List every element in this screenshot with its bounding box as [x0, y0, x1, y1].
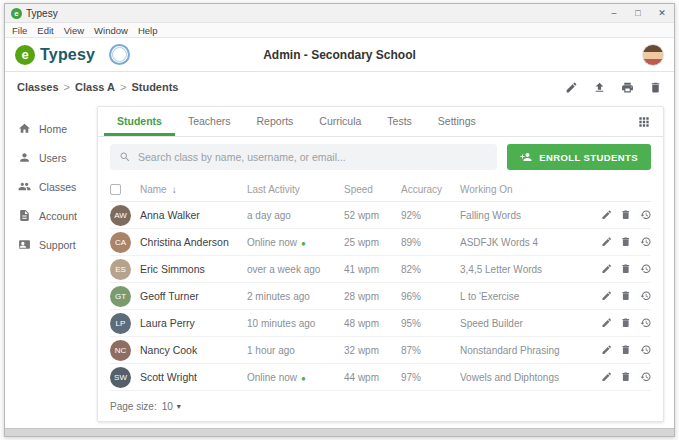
- accuracy: 89%: [401, 237, 460, 248]
- upload-icon: [593, 81, 606, 94]
- delete-student-icon[interactable]: [620, 236, 632, 248]
- document-icon: [18, 209, 31, 222]
- student-avatar: GT: [110, 286, 131, 307]
- edit-student-icon[interactable]: [601, 236, 613, 248]
- menu-view[interactable]: View: [64, 25, 84, 36]
- history-icon[interactable]: [640, 344, 652, 356]
- edit-student-icon[interactable]: [601, 344, 613, 356]
- chevron-down-icon: ▾: [177, 402, 181, 411]
- last-activity: a day ago: [247, 210, 291, 221]
- delete-student-icon[interactable]: [620, 263, 632, 275]
- maximize-button[interactable]: □: [626, 4, 650, 22]
- select-all-checkbox[interactable]: [110, 184, 121, 195]
- student-name[interactable]: Eric Simmons: [140, 263, 205, 275]
- tab-tests[interactable]: Tests: [374, 107, 425, 136]
- delete-student-icon[interactable]: [620, 344, 632, 356]
- speed: 25 wpm: [344, 237, 401, 248]
- edit-student-icon[interactable]: [601, 263, 613, 275]
- student-name[interactable]: Scott Wright: [140, 371, 197, 383]
- search-row: ENROLL STUDENTS: [98, 137, 663, 177]
- menu-file[interactable]: File: [12, 25, 27, 36]
- tab-curricula[interactable]: Curricula: [306, 107, 374, 136]
- body: Home Users Classes Account Support: [5, 102, 674, 428]
- student-row: GT Geoff Turner 2 minutes ago 28 wpm 96%…: [110, 283, 651, 310]
- import-button[interactable]: [593, 81, 606, 94]
- menu-help[interactable]: Help: [138, 25, 158, 36]
- titlebar: e Typesy – □ ✕: [5, 4, 674, 23]
- delete-class-button[interactable]: [649, 81, 662, 94]
- header-name[interactable]: Name: [140, 184, 167, 195]
- working-on: Falling Words: [460, 210, 593, 221]
- sidebar-item-classes[interactable]: Classes: [5, 172, 95, 201]
- delete-student-icon[interactable]: [620, 209, 632, 221]
- history-icon[interactable]: [640, 236, 652, 248]
- user-avatar[interactable]: [642, 44, 664, 66]
- last-activity: Online now: [247, 372, 297, 383]
- delete-student-icon[interactable]: [620, 317, 632, 329]
- history-icon[interactable]: [640, 371, 652, 383]
- speed: 52 wpm: [344, 210, 401, 221]
- sidebar-item-account[interactable]: Account: [5, 201, 95, 230]
- breadcrumb-class-a[interactable]: Class A: [75, 81, 115, 93]
- edit-class-button[interactable]: [565, 81, 578, 94]
- tab-reports[interactable]: Reports: [244, 107, 307, 136]
- tab-students[interactable]: Students: [104, 107, 175, 136]
- edit-student-icon[interactable]: [601, 371, 613, 383]
- breadcrumb-separator: >: [120, 81, 126, 93]
- sidebar-label: Account: [39, 210, 77, 222]
- search-input[interactable]: [138, 151, 488, 163]
- window-bottom-frame: [5, 428, 674, 436]
- grid-view-button[interactable]: [637, 115, 651, 129]
- brand-name: Typesy: [40, 46, 95, 64]
- history-icon[interactable]: [640, 290, 652, 302]
- sidebar-label: Users: [39, 152, 66, 164]
- print-button[interactable]: [621, 81, 634, 94]
- tab-settings[interactable]: Settings: [425, 107, 489, 136]
- tab-teachers[interactable]: Teachers: [175, 107, 244, 136]
- student-row: LP Laura Perry 10 minutes ago 48 wpm 95%…: [110, 310, 651, 337]
- minimize-button[interactable]: –: [602, 4, 626, 22]
- close-button[interactable]: ✕: [650, 4, 674, 22]
- sidebar-item-users[interactable]: Users: [5, 143, 95, 172]
- student-name[interactable]: Geoff Turner: [140, 290, 199, 302]
- history-icon[interactable]: [640, 263, 652, 275]
- edit-student-icon[interactable]: [601, 209, 613, 221]
- online-dot: ●: [301, 374, 306, 383]
- printer-icon: [621, 81, 634, 94]
- sidebar-item-home[interactable]: Home: [5, 114, 95, 143]
- history-icon[interactable]: [640, 317, 652, 329]
- delete-student-icon[interactable]: [620, 290, 632, 302]
- student-name[interactable]: Anna Walker: [140, 209, 200, 221]
- table-header: Name ↓ Last Activity Speed Accuracy Work…: [110, 177, 651, 202]
- speed: 32 wpm: [344, 345, 401, 356]
- menu-edit[interactable]: Edit: [37, 25, 53, 36]
- sidebar-item-support[interactable]: Support: [5, 230, 95, 259]
- sidebar: Home Users Classes Account Support: [5, 102, 95, 428]
- edit-student-icon[interactable]: [601, 317, 613, 329]
- student-row: AW Anna Walker a day ago 52 wpm 92% Fall…: [110, 202, 651, 229]
- brand-logo: e Typesy: [15, 45, 95, 65]
- window-controls: – □ ✕: [602, 4, 674, 22]
- edit-student-icon[interactable]: [601, 290, 613, 302]
- students-card: Students Teachers Reports Curricula Test…: [97, 106, 664, 422]
- page-size-label: Page size:: [110, 401, 157, 412]
- student-name[interactable]: Nancy Cook: [140, 344, 197, 356]
- person-add-icon: [520, 151, 532, 163]
- student-name[interactable]: Christina Anderson: [140, 236, 229, 248]
- student-name[interactable]: Laura Perry: [140, 317, 195, 329]
- menu-window[interactable]: Window: [94, 25, 128, 36]
- person-icon: [18, 151, 31, 164]
- accuracy: 87%: [401, 345, 460, 356]
- page-size-select[interactable]: 10 ▾: [162, 401, 181, 412]
- working-on: Nonstandard Phrasing: [460, 345, 593, 356]
- working-on: L to 'Exercise: [460, 291, 593, 302]
- tabbar: Students Teachers Reports Curricula Test…: [98, 107, 663, 137]
- student-row: SW Scott Wright Online now● 44 wpm 97% V…: [110, 364, 651, 391]
- sort-descending-icon[interactable]: ↓: [172, 184, 177, 195]
- enroll-students-button[interactable]: ENROLL STUDENTS: [507, 144, 651, 170]
- history-icon[interactable]: [640, 209, 652, 221]
- table-body: AW Anna Walker a day ago 52 wpm 92% Fall…: [110, 202, 651, 391]
- delete-student-icon[interactable]: [620, 371, 632, 383]
- breadcrumb-classes[interactable]: Classes: [17, 81, 59, 93]
- students-table: Name ↓ Last Activity Speed Accuracy Work…: [98, 177, 663, 393]
